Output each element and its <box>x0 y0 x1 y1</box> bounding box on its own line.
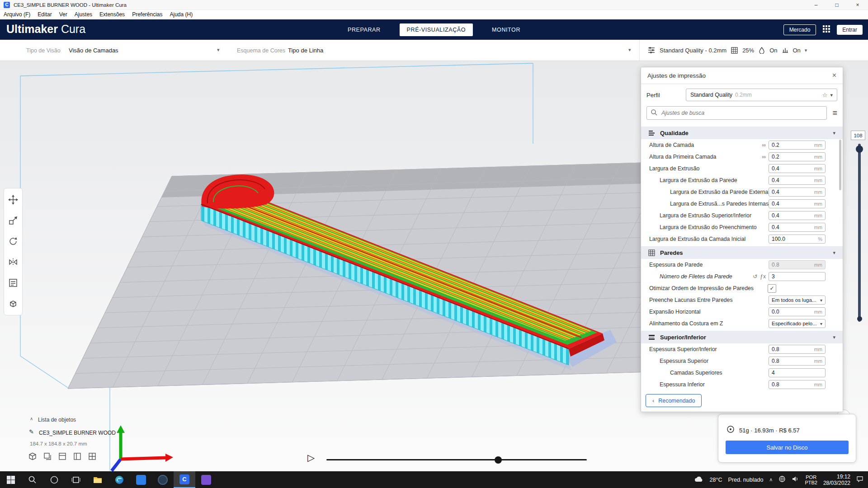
setting-input[interactable]: 0.4mm <box>769 176 826 185</box>
steam-icon[interactable] <box>152 471 174 488</box>
task-view-button[interactable] <box>65 471 87 488</box>
setting-input[interactable]: 0.8mm <box>769 260 826 269</box>
setting-input[interactable]: 0.2mm <box>769 141 826 150</box>
setting-select[interactable]: Especificado pelo...▾ <box>769 319 826 328</box>
language-indicator[interactable]: POR PTB2 <box>805 474 817 485</box>
setting-input[interactable]: 4 <box>769 368 826 377</box>
object-name[interactable]: CE3_SIMPLE BURNER WOOD <box>39 430 116 436</box>
per-model-settings-tool[interactable] <box>6 275 20 291</box>
tab-monitor[interactable]: MONITOR <box>485 23 528 36</box>
setting-control: 4 <box>769 368 826 377</box>
weather-icon[interactable] <box>694 475 704 485</box>
link-icon[interactable]: ∞ <box>762 142 766 148</box>
menu-item[interactable]: Arquivo (F) <box>4 11 30 18</box>
setting-input[interactable]: 3 <box>769 272 826 281</box>
start-button[interactable] <box>0 471 22 488</box>
setting-input[interactable]: 0.2mm <box>769 152 826 161</box>
timeline-slider[interactable] <box>326 459 587 460</box>
setting-row: Largura de Extrusão Superior/Inferior0.4… <box>641 210 843 221</box>
edge-icon[interactable] <box>108 471 130 488</box>
setting-input[interactable]: 100.0% <box>769 235 826 244</box>
rotate-tool[interactable] <box>6 234 20 249</box>
menu-item[interactable]: Extensões <box>99 11 125 18</box>
notifications-icon[interactable] <box>856 475 863 484</box>
object-tool-icon[interactable] <box>57 451 68 464</box>
mirror-tool[interactable] <box>6 254 20 270</box>
object-tool-icon[interactable] <box>87 451 98 464</box>
support-blocker-tool[interactable] <box>6 296 20 311</box>
category-header[interactable]: Qualidade▾ <box>641 127 843 139</box>
weather-desc[interactable]: Pred. nublado <box>728 477 764 483</box>
setting-input[interactable]: 0.4mm <box>769 223 826 232</box>
object-tool-icon[interactable] <box>72 451 83 464</box>
settings-scrollbar[interactable] <box>839 140 841 190</box>
file-explorer-icon[interactable] <box>87 471 108 488</box>
chevron-down-icon[interactable]: ▾ <box>805 47 807 53</box>
object-list-label[interactable]: Lista de objetos <box>38 417 76 423</box>
move-tool[interactable] <box>6 192 20 207</box>
view-type-value[interactable]: Visão de Camadas <box>69 47 118 54</box>
tab-pre-visualizacao[interactable]: PRÉ-VISUALIZAÇÃO <box>400 23 473 36</box>
menu-item[interactable]: Ver <box>59 11 67 18</box>
clock[interactable]: 19:12 28/03/2022 <box>823 474 850 486</box>
menu-item[interactable]: Editar <box>38 11 52 18</box>
close-icon[interactable]: × <box>832 71 836 80</box>
cortana-button[interactable] <box>43 471 65 488</box>
setting-select[interactable]: Em todos os luga...▾ <box>769 296 826 305</box>
recommended-button[interactable]: ‹ Recomendado <box>646 394 702 407</box>
play-button[interactable]: ▷ <box>307 452 315 463</box>
layer-slider-bottom-handle[interactable] <box>857 316 862 321</box>
save-to-disk-button[interactable]: Salvar no Disco <box>726 441 849 454</box>
setting-input[interactable]: 0.4mm <box>769 164 826 173</box>
fx-icon[interactable]: ƒx <box>760 273 766 280</box>
settings-search-box[interactable] <box>646 106 827 120</box>
timeline-handle[interactable] <box>495 456 502 464</box>
setting-input[interactable]: 0.4mm <box>769 211 826 220</box>
app-icon-blue[interactable] <box>130 471 152 488</box>
object-list-chevron-icon[interactable]: ∧ <box>30 416 33 421</box>
layer-slider-top-handle[interactable] <box>856 145 863 153</box>
setting-input[interactable]: 0.8mm <box>769 380 826 389</box>
settings-search-input[interactable] <box>660 109 823 117</box>
tab-preparar[interactable]: PREPARAR <box>340 23 388 36</box>
app-icon-purple[interactable] <box>195 471 217 488</box>
model-tools <box>4 188 23 315</box>
setting-input[interactable]: 0.8mm <box>769 345 826 354</box>
profile-dropdown[interactable]: Standard Quality 0.2mm ☆ ▾ <box>686 89 837 101</box>
color-scheme-value[interactable]: Tipo de Linha <box>288 47 323 54</box>
sign-in-button[interactable]: Entrar <box>837 25 863 35</box>
maximize-button[interactable]: □ <box>826 0 847 10</box>
setting-input[interactable]: 0.8mm <box>769 357 826 366</box>
search-button[interactable] <box>22 471 43 488</box>
close-button[interactable]: × <box>847 0 868 10</box>
chevron-down-icon[interactable]: ▾ <box>628 47 631 53</box>
hidden-icons-chevron[interactable]: ∧ <box>769 477 773 483</box>
layer-number-box[interactable]: 108 <box>851 131 865 140</box>
star-icon[interactable]: ☆ <box>822 92 828 99</box>
volume-icon[interactable] <box>792 475 799 484</box>
network-icon[interactable] <box>778 475 786 484</box>
setting-input[interactable]: 0.4mm <box>769 188 826 197</box>
weather-temp[interactable]: 28°C <box>710 477 722 483</box>
chevron-down-icon[interactable]: ▾ <box>217 47 220 53</box>
link-icon[interactable]: ∞ <box>762 154 766 160</box>
scale-tool[interactable] <box>6 213 20 228</box>
menu-item[interactable]: Ajuda (H) <box>170 11 193 18</box>
cube-icon[interactable] <box>27 451 38 464</box>
category-header[interactable]: Superior/Inferior▾ <box>641 331 843 343</box>
menu-item[interactable]: Preferências <box>132 11 162 18</box>
menu-item[interactable]: Ajustes <box>75 11 92 18</box>
setting-input[interactable]: 0.4mm <box>769 199 826 208</box>
reset-icon[interactable]: ↺ <box>753 273 757 280</box>
print-setup-summary[interactable]: Standard Quality - 0.2mm 25% On On ▾ <box>647 40 807 61</box>
apps-grid-icon[interactable] <box>822 25 830 35</box>
cura-taskbar-icon[interactable]: C <box>174 471 195 488</box>
minimize-button[interactable]: – <box>806 0 826 10</box>
object-tool-icon[interactable] <box>42 451 53 464</box>
layer-slider[interactable] <box>858 144 861 322</box>
settings-menu-icon[interactable]: ≡ <box>832 108 837 118</box>
setting-input[interactable]: 0.0mm <box>769 307 826 316</box>
category-header[interactable]: Paredes▾ <box>641 246 843 259</box>
setting-checkbox[interactable]: ✓ <box>768 284 776 293</box>
marketplace-button[interactable]: Mercado <box>783 24 816 35</box>
